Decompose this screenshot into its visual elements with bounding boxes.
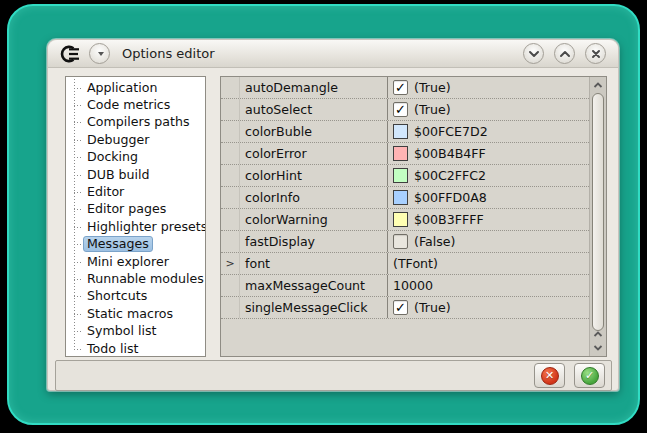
scroll-up-button[interactable] (590, 79, 606, 91)
sidebar-item[interactable]: Static macros (66, 305, 205, 322)
window-title: Options editor (122, 46, 215, 61)
sidebar-item[interactable]: Editor (66, 183, 205, 200)
property-row[interactable]: colorInfo $00FFD0A8 (221, 187, 589, 209)
property-name: colorError (240, 143, 388, 164)
property-name: singleMessageClick (240, 297, 388, 318)
sidebar-item[interactable]: Compilers paths (66, 114, 205, 131)
sidebar-item-label: Application (83, 80, 161, 96)
property-row[interactable]: autoDemangle ✓ (True) (221, 77, 589, 99)
accept-button[interactable]: ✓ (574, 363, 605, 388)
property-value[interactable]: $00C2FFC2 (414, 168, 486, 183)
property-checkbox[interactable]: ✓ (393, 80, 408, 95)
row-marker (221, 121, 240, 142)
options-editor-window: Options editor Application Code metrics … (47, 39, 619, 391)
property-value-cell[interactable]: (False) (388, 231, 589, 252)
scroll-down-button[interactable] (590, 341, 606, 353)
property-value-cell[interactable]: 10000 (388, 275, 589, 296)
sidebar-item-label: Messages (83, 236, 153, 252)
property-name: colorWarning (240, 209, 388, 230)
property-checkbox[interactable] (393, 234, 408, 249)
sidebar-item-label: Code metrics (83, 97, 174, 113)
property-value[interactable]: (True) (414, 80, 451, 95)
color-swatch[interactable] (393, 212, 408, 227)
sidebar-list: Application Code metrics Compilers paths… (66, 79, 205, 357)
vertical-scrollbar[interactable] (589, 77, 606, 356)
property-value[interactable]: (False) (414, 234, 455, 249)
property-name: maxMessageCount (240, 275, 388, 296)
property-row[interactable]: colorWarning $00B3FFFF (221, 209, 589, 231)
property-value[interactable]: (TFont) (393, 256, 438, 271)
property-value-cell[interactable]: ✓ (True) (388, 77, 589, 98)
sidebar-item-label: Compilers paths (83, 114, 193, 130)
window-menu-button[interactable] (89, 43, 110, 64)
close-button[interactable] (585, 43, 606, 64)
property-value[interactable]: (True) (414, 300, 451, 315)
row-marker (221, 99, 240, 120)
property-value-cell[interactable]: $00FCE7D2 (388, 121, 589, 142)
property-name: colorBuble (240, 121, 388, 142)
titlebar[interactable]: Options editor (48, 40, 618, 68)
sidebar-item[interactable]: Docking (66, 149, 205, 166)
desktop-background: Options editor Application Code metrics … (7, 4, 640, 425)
minimize-button[interactable] (523, 43, 544, 64)
property-value-cell[interactable]: $00B4B4FF (388, 143, 589, 164)
sidebar-item-label: Todo list (83, 341, 142, 357)
property-name: colorHint (240, 165, 388, 186)
sidebar-item[interactable]: Debugger (66, 131, 205, 148)
property-value-cell[interactable]: (TFont) (388, 253, 589, 274)
color-swatch[interactable] (393, 124, 408, 139)
sidebar-item[interactable]: Todo list (66, 340, 205, 357)
sidebar-item[interactable]: Code metrics (66, 96, 205, 113)
color-swatch[interactable] (393, 146, 408, 161)
color-swatch[interactable] (393, 168, 408, 183)
property-value[interactable]: $00B4B4FF (414, 146, 486, 161)
sidebar-item[interactable]: Messages (66, 236, 205, 253)
property-row[interactable]: > font (TFont) (221, 253, 589, 275)
property-value[interactable]: $00FCE7D2 (414, 124, 488, 139)
property-row[interactable]: colorBuble $00FCE7D2 (221, 121, 589, 143)
property-value[interactable]: 10000 (393, 278, 433, 293)
property-value-cell[interactable]: ✓ (True) (388, 297, 589, 318)
sidebar-item[interactable]: DUB build (66, 166, 205, 183)
row-marker (221, 165, 240, 186)
property-value-cell[interactable]: $00C2FFC2 (388, 165, 589, 186)
row-marker (221, 187, 240, 208)
sidebar-item[interactable]: Highlighter presets (66, 218, 205, 235)
property-row[interactable]: fastDisplay (False) (221, 231, 589, 253)
sidebar-item[interactable]: Symbol list (66, 322, 205, 339)
property-checkbox[interactable]: ✓ (393, 102, 408, 117)
sidebar-item-label: Editor (83, 184, 128, 200)
scrollbar-thumb[interactable] (592, 93, 604, 331)
property-row[interactable]: autoSelect ✓ (True) (221, 99, 589, 121)
sidebar-item[interactable]: Mini explorer (66, 253, 205, 270)
scroll-up-button-bottom[interactable] (590, 328, 606, 340)
sidebar-item[interactable]: Editor pages (66, 201, 205, 218)
color-swatch[interactable] (393, 190, 408, 205)
maximize-button[interactable] (554, 43, 575, 64)
row-marker (221, 275, 240, 296)
sidebar-item-label: Docking (83, 149, 142, 165)
sidebar-item[interactable]: Shortcuts (66, 288, 205, 305)
property-row[interactable]: colorHint $00C2FFC2 (221, 165, 589, 187)
row-marker (221, 77, 240, 98)
property-value-cell[interactable]: $00FFD0A8 (388, 187, 589, 208)
sidebar-item-label: Mini explorer (83, 254, 173, 270)
sidebar-item[interactable]: Application (66, 79, 205, 96)
sidebar-item[interactable]: Runnable modules (66, 270, 205, 287)
property-value[interactable]: $00B3FFFF (414, 212, 484, 227)
property-value-cell[interactable]: ✓ (True) (388, 99, 589, 120)
property-row[interactable]: singleMessageClick ✓ (True) (221, 297, 589, 319)
cancel-button[interactable]: ✕ (534, 363, 565, 388)
category-list[interactable]: Application Code metrics Compilers paths… (65, 76, 206, 357)
property-name: font (240, 253, 388, 274)
property-grid: autoDemangle ✓ (True) autoSelect ✓ (True… (220, 76, 607, 357)
property-value[interactable]: (True) (414, 102, 451, 117)
property-checkbox[interactable]: ✓ (393, 300, 408, 315)
row-marker (221, 231, 240, 252)
property-value-cell[interactable]: $00B3FFFF (388, 209, 589, 230)
property-row[interactable]: maxMessageCount 10000 (221, 275, 589, 297)
property-value[interactable]: $00FFD0A8 (414, 190, 487, 205)
footer-bar: ✕ ✓ (55, 360, 612, 391)
property-row[interactable]: colorError $00B4B4FF (221, 143, 589, 165)
property-name: autoSelect (240, 99, 388, 120)
